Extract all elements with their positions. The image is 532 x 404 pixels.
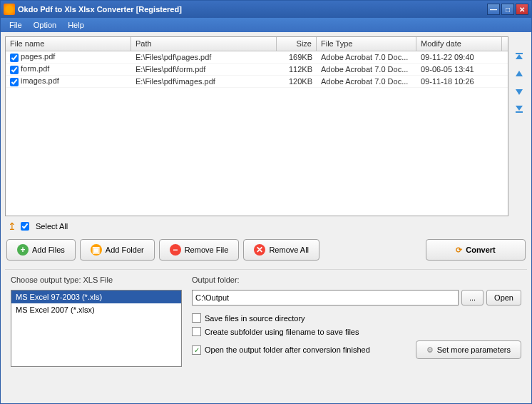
output-folder-input[interactable] (192, 290, 459, 305)
svg-rect-5 (516, 111, 523, 113)
content-area: File name Path Size File Type Modify dat… (1, 32, 531, 403)
more-parameters-button[interactable]: ⚙Set more parameters (416, 340, 521, 359)
cell-date: 09-11-22 09:40 (416, 52, 502, 62)
app-window: Okdo Pdf to Xls Xlsx Converter [Register… (0, 0, 532, 404)
minus-icon: − (170, 244, 181, 256)
table-header: File name Path Size File Type Modify dat… (6, 37, 508, 51)
cell-type: Adobe Acrobat 7.0 Doc... (317, 64, 416, 74)
cell-filename: pages.pdf (21, 52, 55, 61)
browse-button[interactable]: ... (461, 290, 484, 305)
menu-help[interactable]: Help (62, 19, 90, 31)
th-path[interactable]: Path (131, 37, 277, 51)
convert-button[interactable]: ⟳Convert (426, 239, 526, 261)
reorder-buttons (511, 36, 527, 216)
close-button[interactable]: ✕ (516, 4, 528, 15)
svg-marker-2 (516, 71, 523, 76)
row-checkbox[interactable] (10, 78, 19, 86)
menu-option[interactable]: Option (28, 19, 62, 31)
output-folder-label: Output folder: (192, 273, 521, 287)
cell-filename: images.pdf (21, 76, 59, 85)
th-size[interactable]: Size (277, 37, 317, 51)
cell-path: E:\Files\pdf\form.pdf (131, 64, 277, 74)
cell-path: E:\Files\pdf\pages.pdf (131, 52, 277, 62)
select-all-row: ↥ Select All (5, 219, 527, 233)
open-button[interactable]: Open (486, 290, 521, 305)
svg-marker-3 (516, 89, 523, 95)
move-up-button[interactable] (513, 68, 526, 81)
cell-type: Adobe Acrobat 7.0 Doc... (317, 52, 416, 62)
menubar: File Option Help (1, 18, 531, 32)
plus-icon: + (17, 244, 29, 256)
svg-marker-4 (516, 106, 523, 111)
cell-size: 120KB (277, 76, 317, 86)
cell-date: 09-11-18 10:26 (416, 76, 502, 86)
output-type-label: Choose output type: XLS File (11, 273, 182, 287)
row-checkbox[interactable] (10, 66, 19, 74)
table-row[interactable]: pages.pdfE:\Files\pdf\pages.pdf169KBAdob… (6, 51, 508, 64)
list-item-xlsx[interactable]: MS Excel 2007 (*.xlsx) (11, 303, 181, 316)
subfolder-label: Create subfolder using filename to save … (205, 328, 359, 336)
svg-rect-0 (516, 53, 523, 54)
titlebar: Okdo Pdf to Xls Xlsx Converter [Register… (1, 1, 531, 18)
open-after-checkbox[interactable]: ✓ (192, 345, 201, 355)
output-panel: Choose output type: XLS File MS Excel 97… (5, 269, 527, 374)
open-after-label: Open the output folder after conversion … (205, 345, 370, 354)
subfolder-checkbox[interactable] (192, 327, 201, 336)
cell-size: 169KB (277, 52, 317, 62)
action-buttons: +Add Files ▣Add Folder −Remove File ✕Rem… (5, 236, 527, 263)
output-type-list[interactable]: MS Excel 97-2003 (*.xls) MS Excel 2007 (… (11, 290, 182, 367)
window-title: Okdo Pdf to Xls Xlsx Converter [Register… (18, 5, 486, 14)
save-source-checkbox[interactable] (192, 313, 201, 323)
cell-size: 112KB (277, 64, 317, 74)
cell-date: 09-06-05 13:41 (416, 64, 502, 74)
th-filetype[interactable]: File Type (317, 37, 416, 51)
app-logo-icon (4, 4, 15, 15)
cell-path: E:\Files\pdf\images.pdf (131, 76, 277, 86)
add-files-button[interactable]: +Add Files (6, 239, 76, 261)
x-icon: ✕ (254, 244, 265, 256)
select-all-checkbox[interactable] (21, 222, 29, 231)
cell-filename: form.pdf (21, 64, 49, 73)
th-modifydate[interactable]: Modify date (416, 37, 502, 51)
move-bottom-button[interactable] (513, 102, 526, 115)
select-all-label: Select All (36, 222, 68, 231)
add-folder-button[interactable]: ▣Add Folder (80, 239, 155, 261)
svg-marker-1 (516, 54, 523, 59)
convert-icon: ⟳ (456, 246, 462, 255)
th-filename[interactable]: File name (6, 37, 131, 51)
table-row[interactable]: images.pdfE:\Files\pdf\images.pdf120KBAd… (6, 76, 508, 88)
menu-file[interactable]: File (4, 19, 28, 31)
maximize-button[interactable]: □ (501, 4, 514, 15)
up-folder-icon[interactable]: ↥ (8, 221, 16, 232)
list-item-xls[interactable]: MS Excel 97-2003 (*.xls) (11, 291, 181, 303)
remove-file-button[interactable]: −Remove File (159, 239, 240, 261)
cell-type: Adobe Acrobat 7.0 Doc... (317, 76, 416, 86)
file-table[interactable]: File name Path Size File Type Modify dat… (5, 36, 508, 216)
remove-all-button[interactable]: ✕Remove All (243, 239, 319, 261)
save-source-label: Save files in source directory (205, 314, 305, 323)
table-row[interactable]: form.pdfE:\Files\pdf\form.pdf112KBAdobe … (6, 64, 508, 76)
row-checkbox[interactable] (10, 54, 19, 62)
move-top-button[interactable] (513, 51, 526, 64)
gear-icon: ⚙ (426, 345, 434, 355)
minimize-button[interactable]: — (487, 4, 500, 15)
move-down-button[interactable] (513, 85, 526, 98)
folder-icon: ▣ (91, 244, 102, 256)
